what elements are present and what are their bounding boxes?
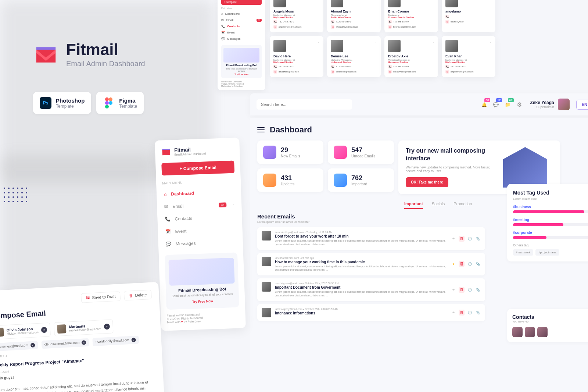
attachment-icon[interactable]: 📎	[475, 287, 481, 293]
tab-important[interactable]: Important	[404, 202, 423, 209]
star-icon[interactable]: ★	[451, 261, 456, 267]
archive-icon[interactable]: 🗄	[459, 236, 465, 242]
banner-cta-button[interactable]: OK! Take me there	[406, 177, 448, 187]
clock-icon[interactable]: 🕐	[467, 310, 473, 316]
save-draft-button[interactable]: 🖫Save to Draft	[81, 291, 121, 303]
recipient-chip[interactable]: Marteensmarteens404@mail.com ×	[54, 319, 114, 336]
attachment-icon[interactable]: 📎	[475, 236, 481, 242]
tag-chip[interactable]: #teamwork	[513, 249, 533, 256]
avatar[interactable]	[525, 327, 535, 337]
tab-promotion[interactable]: Promotion	[453, 202, 472, 209]
notification-bell-icon[interactable]: 38	[481, 101, 488, 108]
email-item[interactable]: joannahsitepu@mail.com • Yesterday, at 1…	[257, 227, 485, 250]
contact-company: Highspeed Studios	[273, 61, 320, 63]
notification-folder-icon[interactable]: 67	[505, 101, 512, 108]
sidebar-item-email[interactable]: ✉Email38	[221, 17, 262, 23]
avatar	[273, 40, 286, 52]
figma-template-card[interactable]: Figma Template	[96, 92, 144, 114]
contact-card[interactable]: ⋮ Ahmad Zayn Photographer at Audio Video…	[327, 0, 381, 32]
promo-cta[interactable]: Try Free Now	[223, 73, 259, 75]
stat-unread[interactable]: 547Unread Emails	[328, 140, 394, 164]
svg-point-4	[105, 105, 109, 108]
remove-icon[interactable]: ×	[131, 338, 136, 342]
footer-text: Fitmail Admin Dashboard © 2020 All Right…	[167, 311, 240, 324]
sidebar-item-event[interactable]: 📅Event	[221, 29, 262, 36]
home-icon: ⌂	[221, 12, 223, 15]
delete-button[interactable]: 🗑Delete	[124, 290, 152, 301]
clock-icon[interactable]: 🕐	[467, 261, 473, 267]
envelope-icon	[334, 146, 347, 159]
email-item[interactable]: jameskuproy@mail.com • October 25th, 202…	[257, 304, 485, 321]
promo-sub: Send email automatically to all of your …	[223, 68, 259, 72]
avatar[interactable]	[537, 327, 548, 337]
contact-card[interactable]: ⋮ Brian Connor Designer at Crimson Guard…	[384, 0, 438, 32]
contact-name: angelamo	[445, 10, 492, 13]
contact-card[interactable]: ⋮ angelamo 📞 ✉courtneyhawk	[442, 0, 495, 32]
sidebar-item-messages[interactable]: 💬Messages	[164, 236, 237, 251]
stat-important[interactable]: 762Important	[328, 168, 394, 192]
phone-icon: 📞	[331, 65, 334, 68]
contact-card[interactable]: ⋮ Denise Lee Marketing Manager at Highsp…	[327, 36, 381, 77]
email-pill[interactable]: ricardoboily@mail.com×	[93, 336, 139, 346]
remove-icon[interactable]: ×	[82, 340, 86, 345]
clock-icon[interactable]: 🕐	[467, 287, 473, 293]
contact-card[interactable]: ⋮ Erbatov Axie Marketing Manager at High…	[384, 36, 438, 77]
email-subject: How to manage your working time in this …	[275, 260, 447, 264]
stat-new-emails[interactable]: 29New Emails	[257, 140, 323, 164]
more-icon[interactable]: ⋮	[431, 39, 435, 43]
settings-icon[interactable]	[517, 101, 523, 108]
archive-icon[interactable]: 🗄	[459, 261, 465, 267]
remove-icon[interactable]: ×	[104, 324, 110, 330]
clock-icon[interactable]: 🕐	[467, 236, 473, 242]
recipient-chip[interactable]: Olivia Johnsonoliviajohnson@mail.com ×	[0, 322, 51, 339]
search-input[interactable]	[257, 99, 352, 110]
more-icon[interactable]: ⋮	[489, 39, 492, 43]
rocket-illustration	[498, 147, 553, 188]
more-icon[interactable]: ⋮	[374, 39, 378, 43]
mail-icon: ✉	[221, 18, 224, 22]
mail-icon: ✉	[273, 25, 277, 29]
sidebar-item-contacts[interactable]: 📞Contacts	[221, 23, 262, 29]
contact-card[interactable]: ⋮ David Here Marketing Manager at Highsp…	[270, 36, 323, 77]
stat-updates[interactable]: 431Updates	[257, 168, 323, 192]
archive-icon[interactable]: 🗄	[459, 310, 465, 316]
avatar[interactable]	[512, 327, 523, 337]
sidebar-item-messages[interactable]: 💬Messages	[221, 36, 262, 42]
email-item[interactable]: kevinhard@mail.com • 24 min ago How to m…	[257, 253, 485, 276]
hamburger-icon[interactable]	[257, 127, 265, 132]
compose-title: Compose Email	[0, 304, 153, 321]
photoshop-template-card[interactable]: Ps Photoshop Template	[33, 92, 91, 114]
archive-icon[interactable]: 🗄	[459, 287, 465, 293]
contact-name: Ahmad Zayn	[331, 10, 377, 13]
email-pill[interactable]: evanernest@mail.com×	[0, 341, 38, 351]
email-pill[interactable]: claudiaxeme@mail.com×	[41, 338, 89, 349]
remove-icon[interactable]: ×	[41, 327, 47, 333]
star-icon[interactable]: ★	[451, 236, 456, 242]
promo-cta[interactable]: Try Free Now	[170, 299, 235, 304]
avatar	[331, 40, 343, 52]
star-icon[interactable]: ★	[451, 310, 456, 316]
chat-icon: 💬	[221, 37, 225, 40]
mail-icon: ✉	[388, 70, 392, 74]
compose-button[interactable]: + Compose	[221, 0, 262, 5]
compose-email-button[interactable]: + Compose Email	[161, 161, 234, 176]
email-preview: Lorem ipsum dolor sit amet, consectetur …	[275, 290, 447, 297]
remove-icon[interactable]: ×	[30, 343, 35, 348]
contacts-side-card: Contacts You have 45	[507, 309, 588, 342]
attachment-icon[interactable]: 📎	[475, 261, 481, 267]
contact-card[interactable]: ⋮ Angela Moss Marketing Manager at Highs…	[270, 0, 323, 32]
email-item[interactable]: machelgreen@mail.com • October 25th, 202…	[257, 278, 485, 301]
language-selector[interactable]: EN ▾	[576, 100, 588, 110]
contact-card[interactable]: ⋮ Evan Khan Marketing Manager at Highspe…	[442, 36, 495, 77]
notification-badge: 67	[508, 98, 514, 102]
star-icon[interactable]: ★	[451, 287, 456, 293]
more-icon[interactable]: ⋮	[317, 39, 320, 43]
promo-illustration	[223, 48, 259, 63]
tab-socials[interactable]: Socials	[432, 202, 445, 209]
notification-msg-icon[interactable]: 12	[493, 101, 500, 108]
user-profile[interactable]: Zeke Yeaga Superadmin	[530, 99, 569, 110]
sidebar-item-dashboard[interactable]: ⌂Dashboard	[221, 11, 262, 17]
tag-chip[interactable]: #projectmana	[535, 249, 559, 256]
attachment-icon[interactable]: 📎	[475, 310, 481, 316]
contact-email: courtneyhawk	[451, 21, 464, 23]
